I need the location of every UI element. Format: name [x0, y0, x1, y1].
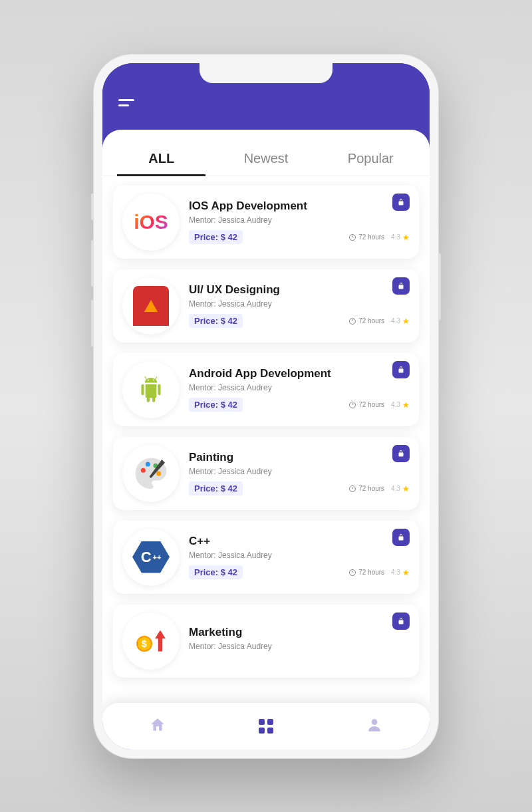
course-rating: 4.3 ★	[391, 568, 410, 577]
lock-button[interactable]	[392, 277, 410, 295]
content-sheet: ALL Newest Popular iOS IOS App Developme…	[102, 130, 430, 749]
palette-icon	[122, 445, 180, 502]
course-hours: 72 hours	[349, 569, 384, 576]
marketing-icon: $	[122, 612, 180, 670]
tab-all[interactable]: ALL	[109, 142, 213, 176]
course-hours: 72 hours	[349, 233, 384, 241]
course-mentor: Mentor: Jessica Audrey	[189, 642, 410, 651]
clock-icon	[349, 318, 356, 325]
nav-grid[interactable]	[259, 719, 273, 734]
menu-button[interactable]	[118, 96, 137, 110]
course-title: UI/ UX Designing	[189, 283, 410, 297]
phone-mock: ALL Newest Popular iOS IOS App Developme…	[93, 54, 439, 759]
course-mentor: Mentor: Jessica Audrey	[189, 299, 410, 309]
volume-up-button	[91, 240, 94, 287]
course-card[interactable]: iOS IOS App Development Mentor: Jessica …	[113, 186, 419, 259]
lock-button[interactable]	[392, 529, 410, 546]
price-badge: Price: $ 42	[189, 481, 243, 495]
uiux-icon	[122, 277, 180, 335]
lock-button[interactable]	[392, 361, 410, 378]
volume-down-button	[91, 300, 94, 346]
star-icon: ★	[402, 317, 410, 326]
power-button	[438, 253, 441, 320]
course-title: C++	[189, 535, 410, 548]
star-icon: ★	[402, 233, 410, 242]
lock-button[interactable]	[392, 194, 410, 211]
ios-icon: iOS	[122, 194, 180, 251]
course-card[interactable]: $ Marketing Mentor: Jessica Audrey	[113, 605, 419, 678]
course-rating: 4.3 ★	[391, 233, 410, 242]
course-title: IOS App Development	[189, 200, 410, 213]
nav-home[interactable]	[149, 716, 166, 736]
clock-icon	[349, 569, 356, 576]
course-mentor: Mentor: Jessica Audrey	[189, 551, 410, 560]
course-rating: 4.3 ★	[391, 400, 410, 410]
tab-newest[interactable]: Newest	[213, 142, 318, 176]
tab-bar: ALL Newest Popular	[102, 130, 430, 176]
star-icon: ★	[402, 568, 410, 577]
course-card[interactable]: UI/ UX Designing Mentor: Jessica Audrey …	[113, 269, 419, 342]
price-badge: Price: $ 42	[189, 398, 243, 412]
price-badge: Price: $ 42	[189, 230, 243, 244]
course-card[interactable]: C++ C++ Mentor: Jessica Audrey Price: $ …	[113, 521, 419, 594]
svg-point-0	[141, 468, 146, 472]
grid-icon	[259, 719, 273, 734]
course-mentor: Mentor: Jessica Audrey	[189, 467, 410, 476]
course-list[interactable]: iOS IOS App Development Mentor: Jessica …	[102, 176, 430, 749]
course-title: Android App Development	[189, 367, 410, 380]
course-rating: 4.3 ★	[391, 484, 410, 493]
course-hours: 72 hours	[349, 485, 384, 492]
course-title: Marketing	[189, 626, 410, 639]
price-badge: Price: $ 42	[189, 565, 243, 579]
course-card[interactable]: Android App Development Mentor: Jessica …	[113, 353, 419, 426]
course-hours: 72 hours	[349, 401, 384, 408]
svg-point-1	[146, 462, 150, 466]
bottom-nav	[102, 703, 430, 749]
course-card[interactable]: Painting Mentor: Jessica Audrey Price: $…	[113, 437, 419, 510]
lock-button[interactable]	[392, 612, 410, 630]
course-mentor: Mentor: Jessica Audrey	[189, 215, 410, 225]
nav-profile[interactable]	[366, 716, 383, 736]
svg-point-4	[372, 719, 378, 725]
phone-notch	[200, 63, 332, 83]
android-icon	[122, 361, 180, 418]
side-button	[91, 194, 94, 220]
lock-button[interactable]	[392, 445, 410, 462]
course-rating: 4.3 ★	[391, 317, 410, 326]
price-badge: Price: $ 42	[189, 314, 243, 328]
clock-icon	[349, 234, 356, 241]
tab-popular[interactable]: Popular	[319, 142, 423, 176]
star-icon: ★	[402, 400, 410, 410]
clock-icon	[349, 402, 356, 408]
course-title: Painting	[189, 451, 410, 464]
course-hours: 72 hours	[349, 317, 384, 325]
course-mentor: Mentor: Jessica Audrey	[189, 383, 410, 392]
star-icon: ★	[402, 484, 410, 493]
cpp-icon: C++	[122, 529, 180, 586]
svg-point-3	[156, 471, 161, 475]
clock-icon	[349, 485, 356, 492]
